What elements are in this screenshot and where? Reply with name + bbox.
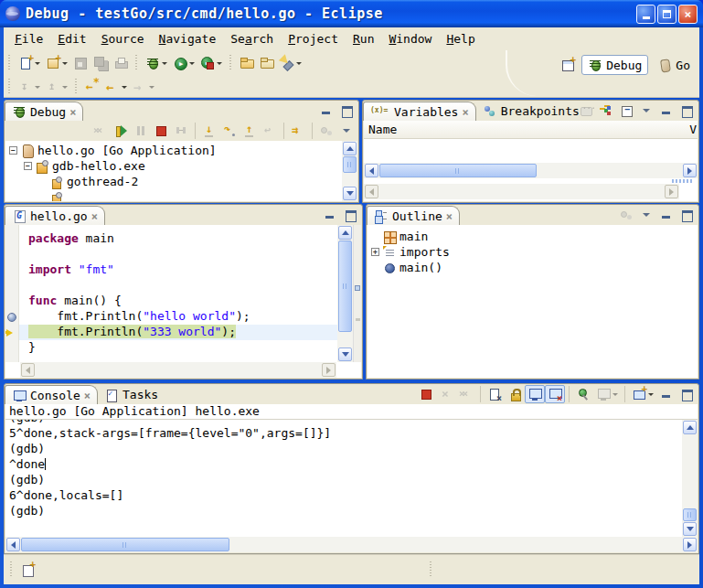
open-folder-button[interactable] <box>257 53 277 73</box>
minimize-view-button[interactable] <box>656 102 676 120</box>
minimize-view-button[interactable] <box>656 206 676 224</box>
tree-expander-icon[interactable]: + <box>371 248 379 256</box>
search-button[interactable] <box>277 53 304 73</box>
gutter-row[interactable] <box>5 325 18 340</box>
minimize-window-button[interactable] <box>636 5 655 24</box>
maximize-view-button[interactable] <box>336 102 357 120</box>
tree-row[interactable]: −gdb-hello.exe <box>5 158 342 174</box>
scroll-thumb[interactable] <box>338 241 352 332</box>
dropdown-arrow-icon[interactable] <box>122 86 127 89</box>
menu-item-project[interactable]: Project <box>281 30 346 48</box>
column-value[interactable]: V <box>689 123 697 136</box>
tab-tasks[interactable]: Tasks <box>98 385 165 404</box>
show-stdout-changes-button[interactable] <box>525 385 545 403</box>
scroll-thumb[interactable] <box>683 508 697 521</box>
perspective-go-button[interactable]: Go <box>652 56 696 74</box>
gutter-row[interactable] <box>5 340 18 356</box>
use-step-filters-button[interactable] <box>288 122 308 140</box>
sash-handle-icon[interactable] <box>672 179 692 183</box>
scroll-left-button[interactable] <box>365 164 378 177</box>
minimize-view-button[interactable] <box>656 385 676 403</box>
variables-horizontal-scrollbar[interactable] <box>364 163 698 178</box>
tree-row[interactable]: gothread-2 <box>5 174 342 189</box>
gutter-row[interactable] <box>5 231 18 247</box>
console-horizontal-scrollbar[interactable] <box>5 537 698 552</box>
new-button[interactable] <box>16 53 43 73</box>
maximize-view-button[interactable] <box>676 206 697 224</box>
dropdown-arrow-icon[interactable] <box>217 62 222 65</box>
close-tab-icon[interactable] <box>446 209 453 223</box>
console-output-area[interactable]: (gdb)5^done,stack-args=[frame={level="0"… <box>5 420 682 537</box>
scroll-up-button[interactable] <box>338 226 352 240</box>
tab-variables[interactable]: Variables <box>363 102 476 121</box>
view-menu-button[interactable] <box>636 206 656 224</box>
variables-column-header[interactable]: Name V <box>364 121 698 139</box>
close-window-button[interactable]: × <box>678 5 698 24</box>
overview-annotation-mark[interactable] <box>356 318 360 321</box>
gutter-row[interactable] <box>5 262 18 278</box>
breakpoint-marker-icon[interactable] <box>7 313 16 322</box>
external-tools-button[interactable] <box>197 53 225 73</box>
pin-console-button[interactable] <box>573 385 593 403</box>
tree-row[interactable]: −hello.go [Go Application] <box>5 143 342 158</box>
perspective-debug-button[interactable]: Debug <box>581 55 648 75</box>
dropdown-arrow-icon[interactable] <box>35 62 40 65</box>
close-tab-icon[interactable] <box>84 389 91 402</box>
maximize-view-button[interactable] <box>676 385 697 403</box>
tree-row[interactable]: +imports <box>367 244 698 260</box>
open-resource-button[interactable] <box>237 53 257 73</box>
menu-item-search[interactable]: Search <box>223 30 281 48</box>
scroll-thumb[interactable] <box>343 156 357 173</box>
scroll-down-button[interactable] <box>683 522 697 536</box>
dropdown-arrow-icon[interactable] <box>189 62 195 65</box>
menu-item-run[interactable]: Run <box>346 30 381 48</box>
resume-button[interactable] <box>111 122 131 140</box>
close-tab-icon[interactable] <box>69 105 76 119</box>
maximize-view-button[interactable] <box>340 206 360 224</box>
debug-tree-area[interactable]: −hello.go [Go Application]−gdb-hello.exe… <box>5 141 357 201</box>
overview-ruler[interactable] <box>353 225 361 362</box>
dropdown-arrow-icon[interactable] <box>648 393 654 396</box>
terminate-button[interactable] <box>416 385 436 403</box>
dropdown-arrow-icon[interactable] <box>296 62 302 65</box>
tab-console[interactable]: Console <box>5 385 98 404</box>
tab-breakpoints[interactable]: Breakpoints <box>476 102 586 121</box>
overview-breakpoint-mark[interactable] <box>355 285 360 291</box>
view-menu-button[interactable] <box>336 122 357 140</box>
new-go-element-button[interactable] <box>43 53 70 73</box>
scroll-lock-button[interactable] <box>505 385 525 403</box>
tree-row[interactable]: main <box>367 229 698 244</box>
back-button[interactable] <box>102 77 130 97</box>
editor-vertical-scrollbar[interactable] <box>337 225 353 362</box>
fast-view-icon[interactable] <box>21 562 36 577</box>
tree-row[interactable]: main() <box>367 260 698 275</box>
code-editor-area[interactable]: package mainimport "fmt"func main() { fm… <box>19 225 337 362</box>
view-menu-button[interactable] <box>636 102 656 120</box>
minimize-view-button[interactable] <box>316 102 336 120</box>
menu-item-help[interactable]: Help <box>439 30 482 48</box>
scroll-up-button[interactable] <box>683 421 697 434</box>
gutter-row[interactable] <box>5 247 18 262</box>
show-logical-structure-button[interactable] <box>596 102 616 120</box>
step-over-button[interactable] <box>219 122 240 140</box>
run-launch-button[interactable] <box>170 53 197 73</box>
terminate-button[interactable] <box>151 122 171 140</box>
menu-item-file[interactable]: File <box>7 30 50 48</box>
scroll-down-button[interactable] <box>338 347 352 361</box>
step-return-button[interactable] <box>240 122 260 140</box>
dropdown-arrow-icon[interactable] <box>162 62 167 65</box>
scroll-down-button[interactable] <box>343 187 357 200</box>
maximize-view-button[interactable] <box>676 102 697 120</box>
column-name[interactable]: Name <box>364 123 397 136</box>
tab-debug[interactable]: Debug <box>5 102 83 121</box>
clear-console-button[interactable] <box>485 385 505 403</box>
scroll-up-button[interactable] <box>343 142 357 155</box>
console-vertical-scrollbar[interactable] <box>682 420 698 537</box>
menu-item-navigate[interactable]: Navigate <box>152 30 224 48</box>
scroll-thumb[interactable] <box>21 538 229 551</box>
outline-tree-area[interactable]: main+importsmain() <box>367 225 698 378</box>
scroll-right-button[interactable] <box>683 538 697 551</box>
tab-hello-go[interactable]: hello.go <box>5 206 105 225</box>
step-into-button[interactable] <box>199 122 219 140</box>
tab-outline[interactable]: Outline <box>367 206 460 225</box>
